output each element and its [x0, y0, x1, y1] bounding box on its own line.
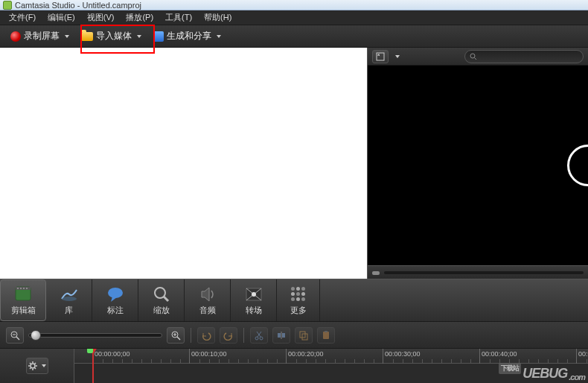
timeline-left-panel [0, 349, 74, 383]
tab-zoom[interactable]: 缩放 [138, 279, 185, 321]
svg-rect-27 [282, 333, 285, 338]
tick-label: 00:00:30;00 [385, 350, 421, 358]
zoom-slider[interactable] [28, 333, 162, 338]
main-area [0, 48, 588, 279]
svg-point-10 [108, 288, 123, 298]
svg-line-2 [475, 57, 477, 60]
audio-icon [197, 285, 218, 303]
svg-line-39 [35, 368, 36, 370]
import-media-button[interactable]: 导入媒体 [77, 28, 146, 45]
menu-view[interactable]: 视图(V) [81, 10, 121, 25]
preview-scrubber[interactable] [368, 265, 588, 279]
tab-library[interactable]: 库 [46, 279, 92, 321]
tick-label: 00:00:10;00 [191, 350, 227, 358]
tab-transitions[interactable]: 转场 [231, 279, 277, 321]
svg-rect-32 [325, 331, 327, 332]
tab-more[interactable]: 更多 [277, 279, 320, 321]
tab-audio[interactable]: 音频 [185, 279, 231, 321]
svg-rect-8 [26, 288, 28, 289]
callout-icon [105, 285, 126, 303]
import-label: 导入媒体 [96, 30, 132, 42]
produce-share-button[interactable]: 生成和分享 [149, 28, 226, 45]
transitions-icon [243, 285, 264, 303]
zoom-slider-thumb[interactable] [31, 330, 41, 341]
zoom-icon [151, 285, 172, 303]
svg-line-25 [257, 332, 261, 337]
svg-line-41 [35, 363, 36, 364]
svg-line-12 [164, 297, 168, 301]
copy-button[interactable] [295, 327, 313, 344]
fit-icon [376, 52, 385, 61]
redo-button[interactable] [220, 327, 237, 344]
svg-rect-31 [323, 332, 329, 339]
svg-point-23 [260, 337, 263, 340]
ruler-tick: 00:00:50;00 [576, 349, 577, 364]
tick-label: 00:00:00;00 [95, 350, 130, 358]
tab-spacer [320, 279, 588, 321]
window-title: Camtasia Studio - Untitled.camproj [15, 1, 141, 10]
zoom-out-button[interactable] [6, 327, 24, 344]
tab-callouts[interactable]: 标注 [92, 279, 138, 321]
chevron-down-icon [42, 364, 46, 367]
tab-label: 标注 [107, 305, 124, 316]
svg-line-19 [177, 337, 180, 340]
tab-label: 音频 [199, 305, 216, 316]
preview-canvas[interactable] [368, 66, 588, 265]
svg-point-1 [470, 54, 475, 58]
ruler-tick: 00:00:40;00 [479, 349, 480, 364]
undo-button[interactable] [197, 327, 215, 344]
cut-button[interactable] [250, 327, 268, 344]
record-screen-button[interactable]: 录制屏幕 [6, 28, 74, 45]
svg-rect-6 [20, 288, 22, 289]
tab-label: 转场 [246, 305, 262, 316]
ruler-tick: 00:00:30;00 [383, 349, 383, 364]
preview-search-input[interactable] [464, 50, 584, 63]
chevron-down-icon[interactable] [395, 55, 400, 58]
title-bar: Camtasia Studio - Untitled.camproj [0, 0, 588, 10]
svg-point-33 [31, 364, 35, 368]
search-icon [470, 53, 477, 60]
menu-file[interactable]: 文件(F) [3, 10, 42, 25]
menu-tools[interactable]: 工具(T) [159, 10, 198, 25]
ruler-tick: 00:00:10;00 [189, 349, 190, 364]
tab-label: 剪辑箱 [11, 305, 36, 316]
tab-label: 库 [65, 305, 73, 316]
clip-bin-panel[interactable] [0, 48, 368, 279]
shrink-to-fit-button[interactable] [372, 50, 389, 63]
menu-play[interactable]: 播放(P) [120, 10, 159, 25]
svg-rect-7 [23, 288, 25, 289]
svg-point-14 [252, 292, 256, 297]
play-icon [567, 145, 588, 186]
paste-button[interactable] [317, 327, 335, 344]
playhead[interactable] [92, 349, 94, 383]
preview-panel [368, 48, 588, 279]
tick-label: 00:00:20;00 [288, 350, 324, 358]
chevron-down-icon [137, 35, 141, 38]
record-icon [10, 31, 21, 42]
timeline-settings-button[interactable] [26, 358, 48, 374]
menu-edit[interactable]: 编辑(E) [42, 10, 81, 25]
tab-label: 缩放 [153, 305, 170, 316]
menu-bar: 文件(F) 编辑(E) 视图(V) 播放(P) 工具(T) 帮助(H) [0, 10, 588, 25]
tick-label: 00:00:40;00 [482, 350, 517, 358]
tab-label: 更多 [290, 305, 307, 316]
timeline-toolbar [0, 322, 588, 349]
zoom-in-button[interactable] [167, 327, 185, 344]
menu-help[interactable]: 帮助(H) [198, 10, 237, 25]
timeline-ruler[interactable]: 00:00:00;0000:00:10;0000:00:20;0000:00:3… [74, 349, 588, 383]
svg-point-22 [255, 337, 258, 340]
folder-icon [81, 32, 93, 41]
share-icon [153, 31, 164, 42]
svg-line-40 [30, 368, 31, 370]
split-button[interactable] [272, 327, 290, 344]
library-icon [59, 285, 80, 303]
preview-toolbar [368, 48, 588, 66]
tab-clip-bin[interactable]: 剪辑箱 [0, 279, 46, 321]
main-toolbar: 录制屏幕 导入媒体 生成和分享 [0, 25, 588, 48]
svg-line-24 [258, 332, 261, 337]
more-icon [288, 285, 309, 303]
produce-label: 生成和分享 [167, 30, 211, 42]
tick-label: 00:00:50;00 [578, 350, 588, 358]
svg-point-11 [155, 288, 165, 298]
clipbin-icon [13, 285, 33, 303]
